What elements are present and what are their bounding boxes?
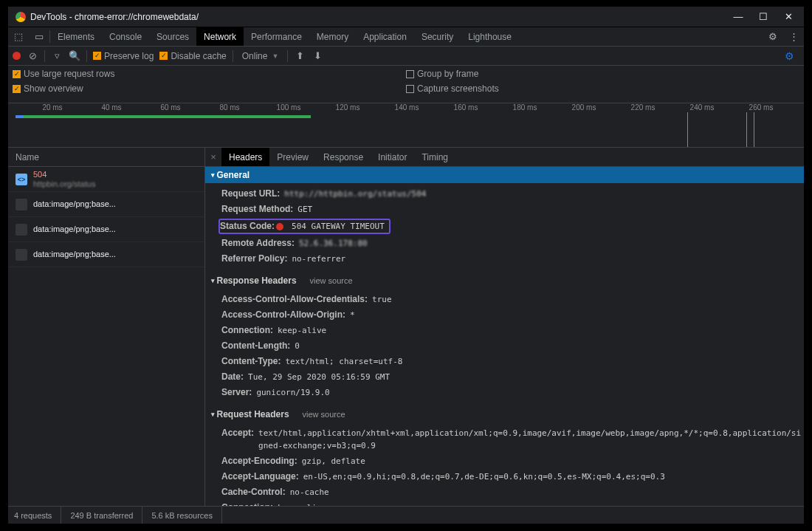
inspect-icon[interactable]: ⬚ bbox=[8, 27, 29, 46]
download-icon[interactable]: ⬇ bbox=[312, 50, 323, 62]
remote-address-key: Remote Address: bbox=[221, 237, 295, 250]
header-key: Accept: bbox=[221, 427, 254, 439]
use-large-rows-label: Use large request rows bbox=[24, 69, 114, 79]
tab-memory[interactable]: Memory bbox=[309, 27, 356, 46]
search-icon[interactable]: 🔍 bbox=[69, 50, 80, 62]
header-key: Connection: bbox=[221, 324, 273, 337]
tab-performance[interactable]: Performance bbox=[244, 27, 309, 46]
request-list-panel: Name <>504httpbin.org/statusdata:image/p… bbox=[8, 148, 205, 506]
statusbar: 4 requests 249 B transferred 5.6 kB reso… bbox=[8, 506, 804, 524]
status-transferred: 249 B transferred bbox=[70, 507, 142, 524]
use-large-rows-checkbox[interactable]: ✓Use large request rows bbox=[13, 69, 406, 79]
header-value: gunicorn/19.9.0 bbox=[256, 386, 329, 399]
detail-tab-headers[interactable]: Headers bbox=[221, 148, 269, 166]
timeline-tick: 60 ms bbox=[160, 103, 180, 112]
timeline-tick: 200 ms bbox=[572, 103, 596, 112]
header-value: Tue, 29 Sep 2020 05:16:59 GMT bbox=[248, 371, 390, 383]
clear-icon[interactable]: ⊘ bbox=[27, 50, 38, 62]
section-request-headers[interactable]: Request Headersview source bbox=[205, 406, 804, 422]
detail-tab-response[interactable]: Response bbox=[316, 148, 371, 166]
show-overview-checkbox[interactable]: ✓Show overview bbox=[13, 83, 406, 94]
timeline-tick: 140 ms bbox=[395, 103, 419, 112]
request-method-key: Request Method: bbox=[221, 203, 293, 216]
request-method-value: GET bbox=[297, 203, 312, 216]
window-title: DevTools - chrome-error://chromewebdata/ bbox=[30, 12, 199, 22]
timeline-tick: 120 ms bbox=[336, 103, 360, 112]
section-response-headers[interactable]: Response Headersview source bbox=[205, 273, 804, 289]
header-key: Access-Control-Allow-Credentials: bbox=[221, 293, 368, 306]
html-file-icon: <> bbox=[16, 174, 27, 185]
header-key: Date: bbox=[221, 371, 244, 383]
header-value: text/html; charset=utf-8 bbox=[285, 355, 402, 368]
request-detail-panel: × HeadersPreviewResponseInitiatorTiming … bbox=[205, 148, 804, 506]
section-general[interactable]: General bbox=[205, 167, 804, 183]
request-row[interactable]: data:image/png;base... bbox=[8, 217, 204, 242]
more-menu-icon[interactable]: ⋮ bbox=[783, 27, 804, 46]
view-source-response[interactable]: view source bbox=[310, 276, 353, 285]
record-button[interactable] bbox=[13, 52, 21, 60]
view-source-request[interactable]: view source bbox=[303, 410, 345, 419]
settings-gear-icon[interactable]: ⚙ bbox=[763, 27, 783, 46]
preserve-log-label: Preserve log bbox=[104, 51, 154, 61]
detail-tab-initiator[interactable]: Initiator bbox=[371, 148, 414, 166]
detail-tab-timing[interactable]: Timing bbox=[414, 148, 455, 166]
show-overview-label: Show overview bbox=[24, 83, 83, 94]
request-subtext: httpbin.org/status bbox=[33, 179, 95, 189]
throttling-select[interactable]: Online▼ bbox=[239, 51, 282, 61]
header-key: Access-Control-Allow-Origin: bbox=[221, 309, 345, 321]
group-by-frame-label: Group by frame bbox=[417, 69, 478, 79]
header-value: en-US,en;q=0.9,hi;q=0.8,de;q=0.7,de-DE;q… bbox=[303, 470, 665, 483]
status-resources: 5.6 kB resources bbox=[151, 507, 222, 524]
device-toolbar-icon[interactable]: ▭ bbox=[29, 27, 49, 46]
request-row[interactable]: data:image/png;base... bbox=[8, 192, 204, 217]
preserve-log-checkbox[interactable]: ✓Preserve log bbox=[93, 51, 154, 61]
header-value: gzip, deflate bbox=[302, 455, 365, 467]
network-toolbar: ⊘ ▿ 🔍 ✓Preserve log ✓Disable cache Onlin… bbox=[8, 47, 804, 66]
tab-network[interactable]: Network bbox=[196, 27, 244, 46]
disable-cache-label: Disable cache bbox=[171, 51, 226, 61]
name-column-header[interactable]: Name bbox=[8, 148, 204, 167]
disable-cache-checkbox[interactable]: ✓Disable cache bbox=[159, 51, 226, 61]
minimize-button[interactable]: — bbox=[726, 8, 751, 26]
devtools-window: DevTools - chrome-error://chromewebdata/… bbox=[7, 6, 805, 524]
upload-icon[interactable]: ⬆ bbox=[294, 50, 306, 62]
detail-tabs: × HeadersPreviewResponseInitiatorTiming bbox=[205, 148, 804, 167]
header-value: true bbox=[372, 293, 392, 306]
filter-icon[interactable]: ▿ bbox=[51, 50, 63, 62]
tab-elements[interactable]: Elements bbox=[50, 27, 102, 46]
tab-console[interactable]: Console bbox=[102, 27, 149, 46]
status-code-highlight: Status Code:504 GATEWAY TIMEOUT bbox=[219, 219, 390, 234]
tab-sources[interactable]: Sources bbox=[149, 27, 196, 46]
timeline-tick: 240 ms bbox=[690, 103, 715, 112]
request-url-key: Request URL: bbox=[221, 188, 280, 200]
request-name: data:image/png;base... bbox=[33, 225, 116, 234]
request-row[interactable]: <>504httpbin.org/status bbox=[8, 167, 204, 192]
close-detail-icon[interactable]: × bbox=[205, 148, 221, 166]
network-settings-icon[interactable]: ⚙ bbox=[785, 50, 799, 62]
timeline-tick: 260 ms bbox=[749, 103, 774, 112]
header-key: Accept-Language: bbox=[221, 470, 299, 483]
timeline-tick: 100 ms bbox=[277, 103, 301, 112]
capture-screenshots-label: Capture screenshots bbox=[417, 83, 499, 94]
request-row[interactable]: data:image/png;base... bbox=[8, 242, 204, 267]
tab-lighthouse[interactable]: Lighthouse bbox=[461, 27, 519, 46]
header-value: 0 bbox=[295, 340, 300, 352]
header-key: Accept-Encoding: bbox=[221, 455, 297, 467]
detail-tab-preview[interactable]: Preview bbox=[269, 148, 316, 166]
timeline-overview[interactable]: 20 ms40 ms60 ms80 ms100 ms120 ms140 ms16… bbox=[8, 103, 804, 148]
header-key: Content-Type: bbox=[221, 355, 281, 368]
tab-application[interactable]: Application bbox=[356, 27, 414, 46]
header-value: text/html,application/xhtml+xml,applicat… bbox=[258, 427, 804, 452]
maximize-button[interactable]: ☐ bbox=[751, 8, 776, 26]
header-key: Content-Length: bbox=[221, 340, 290, 352]
header-value: no-cache bbox=[290, 486, 329, 499]
close-button[interactable]: ✕ bbox=[776, 8, 801, 26]
tab-security[interactable]: Security bbox=[414, 27, 461, 46]
timeline-tick: 80 ms bbox=[219, 103, 239, 112]
capture-screenshots-checkbox[interactable]: Capture screenshots bbox=[406, 83, 799, 94]
timeline-tick: 180 ms bbox=[513, 103, 537, 112]
document-file-icon bbox=[16, 249, 27, 261]
document-file-icon bbox=[16, 199, 27, 210]
status-error-icon bbox=[276, 223, 283, 230]
group-by-frame-checkbox[interactable]: Group by frame bbox=[406, 69, 799, 79]
